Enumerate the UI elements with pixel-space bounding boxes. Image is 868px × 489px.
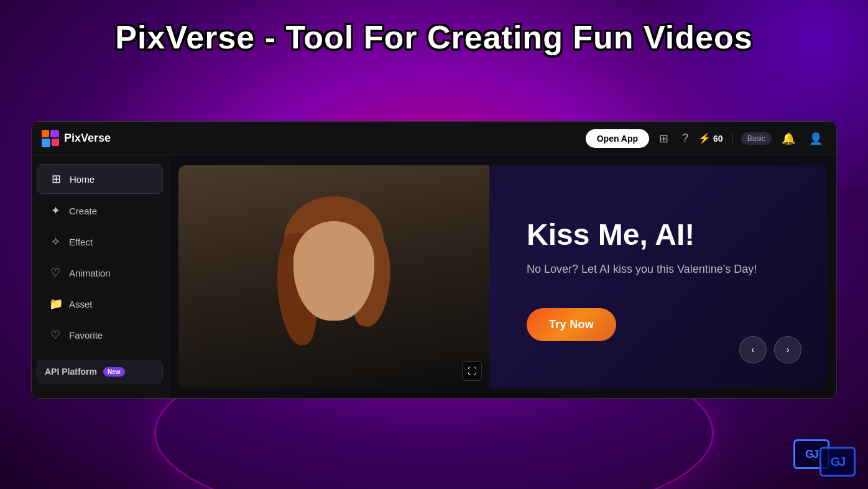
favorite-icon: ♡ — [49, 328, 62, 342]
face-skin — [293, 221, 374, 321]
help-icon: ? — [682, 132, 688, 145]
sidebar-item-asset-label: Asset — [69, 299, 93, 309]
sidebar-item-home[interactable]: ⊞ Home — [37, 164, 163, 194]
header-actions: Open App ⊞ ? ⚡ 60 Basic 🔔 👤 — [586, 128, 826, 149]
plan-badge: Basic — [741, 132, 772, 145]
page-watermark: GJ — [820, 447, 856, 477]
header-divider — [732, 132, 732, 145]
hero-title: Kiss Me, AI! — [527, 219, 801, 252]
hero-image-side: ⛶ — [178, 165, 489, 388]
svg-rect-2 — [42, 139, 50, 147]
sidebar-item-animation-label: Animation — [69, 268, 111, 278]
main-content: ⛶ Kiss Me, AI! No Lover? Let AI kiss you… — [169, 155, 836, 398]
page-title: PixVerse - Tool For Creating Fun Videos — [115, 19, 752, 56]
credits-badge: ⚡ 60 — [698, 132, 723, 144]
asset-icon: 📁 — [49, 297, 62, 311]
sidebar-item-effect[interactable]: ✧ Effect — [37, 227, 163, 256]
api-platform-label: API Platform — [45, 367, 97, 377]
sidebar-item-favorite[interactable]: ♡ Favorite — [37, 321, 163, 349]
watermark-text: GJ — [805, 448, 818, 461]
sidebar-bottom: API Platform New — [32, 352, 168, 391]
effect-icon: ✧ — [49, 235, 62, 249]
fullscreen-button[interactable]: ⛶ — [462, 361, 482, 381]
app-header: PixVerse Open App ⊞ ? ⚡ 60 Basic 🔔 👤 — [32, 122, 836, 155]
hero-text-side: Kiss Me, AI! No Lover? Let AI kiss you t… — [489, 165, 826, 388]
svg-rect-0 — [42, 130, 49, 137]
svg-rect-3 — [52, 139, 59, 146]
create-icon: ✦ — [49, 204, 62, 217]
home-icon: ⊞ — [50, 172, 62, 186]
user-icon-button[interactable]: 👤 — [805, 128, 826, 149]
logo-area: PixVerse — [42, 130, 111, 147]
slider-navigation: ‹ › — [739, 336, 801, 363]
page-watermark-text: GJ — [831, 455, 845, 469]
logo-text: PixVerse — [64, 132, 111, 145]
notification-icon: 🔔 — [782, 132, 795, 145]
sidebar-item-asset[interactable]: 📁 Asset — [37, 290, 163, 318]
help-icon-button[interactable]: ? — [678, 128, 692, 149]
fullscreen-icon: ⛶ — [468, 366, 476, 376]
credits-count: 60 — [713, 134, 723, 144]
sidebar-item-create[interactable]: ✦ Create — [37, 196, 163, 225]
sidebar: ⊞ Home ✦ Create ✧ Effect ♡ Animation 📁 A… — [32, 155, 169, 398]
sidebar-item-animation[interactable]: ♡ Animation — [37, 258, 163, 287]
animation-icon: ♡ — [49, 266, 62, 280]
map-icon: ⊞ — [659, 132, 668, 145]
app-body: ⊞ Home ✦ Create ✧ Effect ♡ Animation 📁 A… — [32, 155, 836, 398]
hero-banner: ⛶ Kiss Me, AI! No Lover? Let AI kiss you… — [178, 165, 826, 388]
hero-subtitle: No Lover? Let AI kiss you this Valentine… — [527, 262, 801, 277]
sidebar-item-effect-label: Effect — [69, 237, 93, 247]
sidebar-item-home-label: Home — [70, 174, 95, 185]
user-icon: 👤 — [809, 132, 823, 145]
portrait-image — [178, 165, 489, 388]
try-now-button[interactable]: Try Now — [527, 308, 616, 341]
lightning-icon: ⚡ — [698, 132, 711, 144]
sidebar-item-create-label: Create — [69, 206, 97, 216]
api-new-badge: New — [103, 367, 125, 377]
portrait-face — [272, 196, 396, 358]
api-platform-button[interactable]: API Platform New — [37, 360, 163, 383]
logo-icon — [42, 130, 59, 147]
next-slide-button[interactable]: › — [774, 336, 801, 363]
svg-rect-1 — [50, 130, 59, 137]
notification-icon-button[interactable]: 🔔 — [778, 128, 799, 149]
prev-slide-button[interactable]: ‹ — [739, 336, 767, 363]
sidebar-item-favorite-label: Favorite — [69, 330, 103, 340]
map-icon-button[interactable]: ⊞ — [655, 128, 672, 149]
open-app-button[interactable]: Open App — [586, 129, 649, 148]
app-window: PixVerse Open App ⊞ ? ⚡ 60 Basic 🔔 👤 — [31, 121, 837, 399]
